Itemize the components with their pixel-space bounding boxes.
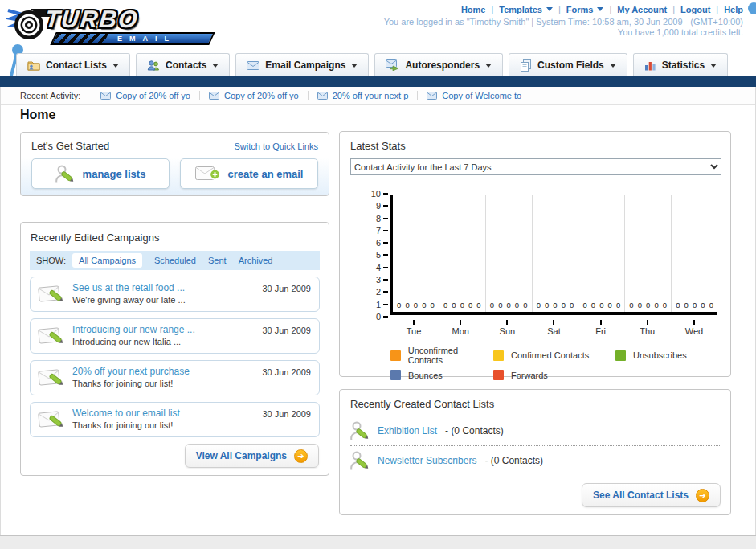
campaign-item: See us at the retail food ... We're givi…: [30, 277, 320, 312]
see-all-contact-lists-button[interactable]: See All Contact Lists ➔: [582, 483, 721, 507]
tab-label: Contacts: [166, 59, 206, 71]
page-border-left: [0, 87, 1, 535]
nav-link-templates[interactable]: Templates: [499, 5, 542, 14]
campaign-subtitle: We're giving away our late ...: [72, 295, 311, 305]
envelope-icon: [427, 92, 437, 100]
recent-activity-bar: Recent Activity: Copy of 20% off yo Copy…: [0, 87, 756, 105]
logo-bar: EMAIL: [50, 32, 215, 45]
contact-list-item: Exhibition List - (0 Contacts): [340, 416, 730, 445]
envelope-pencil-icon: [38, 409, 67, 432]
nav-link-forms[interactable]: Forms: [566, 5, 594, 14]
chart-x-labels: TueMonSunSatFriThuWed: [390, 320, 717, 336]
contact-list-link[interactable]: Newsletter Subscribers: [378, 455, 476, 466]
page-title: Home: [20, 108, 55, 122]
main-nav-tabs: Contact Lists Contacts Email Campaigns: [16, 53, 728, 76]
recent-activity-item[interactable]: 20% off your next p: [309, 91, 419, 100]
tab-label: Custom Fields: [537, 59, 604, 71]
app-logo[interactable]: TURBO EMAIL: [6, 2, 212, 45]
envelope-pencil-icon: [38, 367, 67, 390]
campaign-item: 20% off your next purchase Thanks for jo…: [30, 360, 320, 395]
statistics-icon: [644, 60, 656, 71]
nav-link-help[interactable]: Help: [724, 5, 743, 14]
envelope-icon: [317, 92, 328, 100]
filter-all-campaigns[interactable]: All Campaigns: [72, 253, 142, 268]
legend-item: Unsubscribes: [615, 346, 687, 365]
tab-contacts[interactable]: Contacts: [136, 53, 230, 76]
campaign-subtitle: Introducing our new Italia ...: [72, 337, 311, 346]
filter-sent[interactable]: Sent: [208, 256, 227, 265]
campaign-date: 30 Jun 2009: [262, 326, 311, 335]
chevron-down-icon: [351, 64, 358, 71]
envelope-icon: [100, 92, 111, 100]
contact-lists-panel: Recently Created Contact Lists Exhibitio…: [339, 389, 731, 515]
get-started-title: Let's Get Started: [31, 140, 109, 152]
login-line1: You are logged in as "Timothy Smith" | S…: [384, 17, 743, 27]
tab-contact-lists[interactable]: Contact Lists: [16, 53, 130, 76]
campaign-date: 30 Jun 2009: [262, 284, 311, 293]
view-all-campaigns-button[interactable]: View All Campaigns ➔: [185, 444, 319, 468]
legend-swatch: [390, 370, 401, 380]
switch-quick-links[interactable]: Switch to Quick Links: [234, 141, 318, 151]
tab-custom-fields[interactable]: Custom Fields: [509, 53, 627, 76]
campaign-subtitle: Thanks for joining our list!: [72, 379, 311, 388]
campaign-date: 30 Jun 2009: [262, 409, 311, 419]
stats-period-select[interactable]: Contact Activity for the Last 7 Days: [350, 158, 721, 175]
contact-list-count: - (0 Contacts): [484, 455, 543, 466]
filter-archived[interactable]: Archived: [239, 256, 273, 265]
chevron-down-icon: [112, 64, 119, 71]
nav-link-my-account[interactable]: My Account: [617, 5, 667, 14]
login-line2: You have 1,000 total credits left.: [384, 27, 743, 38]
legend-swatch: [493, 350, 504, 361]
latest-stats-panel: Latest Stats Contact Activity for the La…: [339, 131, 731, 377]
envelope-plus-icon: [195, 166, 220, 182]
autoresponders-icon: [386, 59, 399, 71]
person-pencil-icon: [350, 450, 370, 471]
nav-link-logout[interactable]: Logout: [680, 5, 710, 14]
manage-lists-button[interactable]: manage lists: [31, 158, 170, 189]
decor-dot-right: [748, 2, 756, 14]
contact-lists-icon: [27, 59, 40, 71]
tab-email-campaigns[interactable]: Email Campaigns: [235, 53, 369, 76]
tab-autoresponders[interactable]: Autoresponders: [374, 53, 503, 76]
envelope-icon: [209, 92, 219, 100]
campaigns-panel: Recently Edited Campaigns SHOW: All Camp…: [20, 222, 329, 476]
chart-plot: 00000000000000000000000000000000000: [390, 195, 717, 315]
legend-item: Unconfirmed Contacts: [390, 346, 493, 365]
recent-activity-item[interactable]: Copy of 20% off yo: [200, 91, 309, 100]
logo-subtitle: EMAIL: [117, 35, 176, 43]
contacts-icon: [147, 59, 160, 71]
tab-label: Contact Lists: [46, 59, 107, 71]
legend-swatch: [390, 350, 401, 361]
chevron-down-icon: [597, 7, 603, 14]
legend-swatch: [615, 350, 626, 361]
app-window: TURBO EMAIL Home Templates Forms My Acco…: [0, 0, 756, 549]
filter-scheduled[interactable]: Scheduled: [154, 256, 196, 265]
show-label: SHOW:: [36, 256, 66, 265]
create-email-button[interactable]: create an email: [180, 158, 318, 189]
recent-activity-item[interactable]: Copy of 20% off yo: [92, 91, 200, 100]
login-info: You are logged in as "Timothy Smith" | S…: [384, 17, 743, 38]
tab-statistics[interactable]: Statistics: [633, 53, 728, 76]
chart-legend: Unconfirmed Contacts Confirmed Contacts …: [390, 346, 687, 380]
chevron-down-icon: [212, 64, 219, 71]
contact-list-count: - (0 Contacts): [445, 425, 504, 436]
campaign-date: 30 Jun 2009: [262, 367, 311, 377]
nav-divider-bar: [0, 76, 756, 87]
latest-stats-title: Latest Stats: [340, 132, 730, 158]
chevron-down-icon: [546, 7, 553, 14]
nav-link-home[interactable]: Home: [461, 5, 486, 14]
legend-item: Bounces: [390, 370, 493, 380]
email-campaigns-icon: [247, 61, 259, 70]
contact-list-item: Newsletter Subscribers - (0 Contacts): [340, 446, 730, 475]
envelope-pencil-icon: [38, 284, 67, 306]
contact-activity-chart: 109876543210 000000000000000000000000000…: [340, 195, 730, 376]
chevron-down-icon: [485, 64, 492, 71]
recent-activity-item[interactable]: Copy of Welcome to: [418, 91, 530, 100]
contact-list-link[interactable]: Exhibition List: [378, 425, 437, 436]
contact-lists-title: Recently Created Contact Lists: [340, 390, 730, 416]
person-pencil-icon: [350, 420, 370, 441]
campaigns-title: Recently Edited Campaigns: [21, 223, 329, 251]
arrow-right-icon: ➔: [294, 449, 308, 463]
envelope-pencil-icon: [38, 326, 67, 348]
campaign-item: Introducing our new range ... Introducin…: [30, 318, 320, 354]
